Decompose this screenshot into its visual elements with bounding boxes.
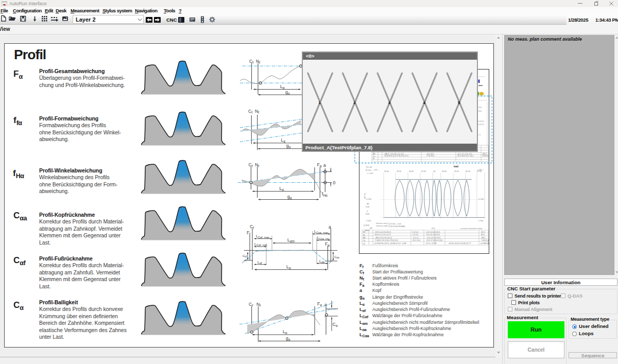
svg-text:1: 1 bbox=[319, 100, 321, 105]
svg-text:3: 3 bbox=[388, 100, 391, 105]
svg-text:5: 5 bbox=[458, 100, 460, 105]
svg-text:CNC: CNC bbox=[166, 17, 177, 23]
svg-text:4: 4 bbox=[423, 100, 425, 105]
svg-text:2: 2 bbox=[353, 100, 356, 105]
